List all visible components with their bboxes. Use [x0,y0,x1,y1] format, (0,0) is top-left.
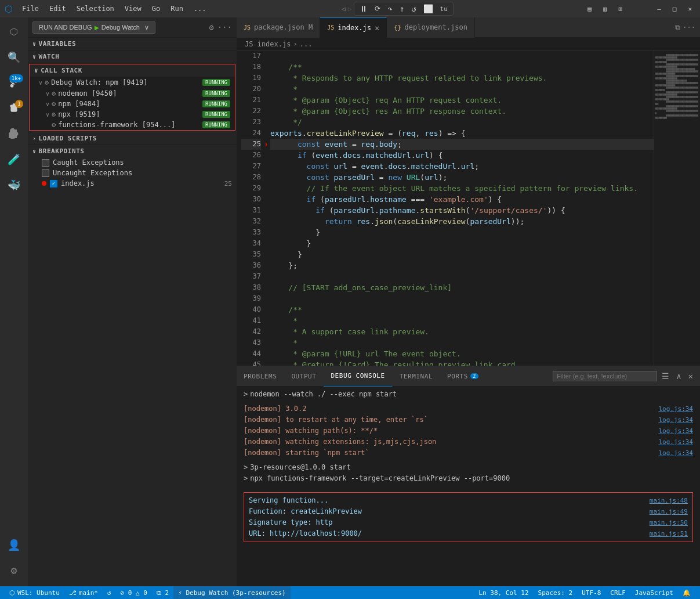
console-function-line: Function: createLinkPreview main.js:49 [249,506,688,517]
debug-step-out-btn[interactable]: ↑ [398,3,406,14]
menu-view[interactable]: View [120,3,146,14]
console-link-main49[interactable]: main.js:49 [650,506,688,517]
status-line-ending[interactable]: CRLF [605,586,630,599]
variables-header[interactable]: ∨ VARIABLES [28,38,237,50]
activity-debug[interactable]: 1 [2,96,26,120]
console-npm-cmd1: 3p-resources@1.0.0 start [250,462,350,473]
bp-uncaught-checkbox[interactable] [42,169,49,177]
console-close-icon[interactable]: ✕ [686,370,695,382]
activity-account[interactable]: 👤 [2,533,26,556]
watch-header[interactable]: ∨ WATCH [28,50,237,63]
layout-panel-btn[interactable]: ▥ [600,4,611,14]
activity-source-control[interactable]: 1k+ [2,71,26,94]
split-editor-icon[interactable]: ⧉ [675,23,680,31]
debug-step-into-btn[interactable]: ↷ [386,3,394,14]
code-line-43: * [270,337,654,348]
layout-sidebar-btn[interactable]: ▤ [584,4,595,14]
console-link-nodemon2[interactable]: log.js:34 [658,414,693,425]
callstack-item-debug-watch[interactable]: ∨ ⚙ Debug Watch: npm [9419] RUNNING [30,77,235,88]
status-debug-info[interactable]: ⚡ Debug Watch (3p-resources) [173,586,290,599]
console-list-icon[interactable]: ☰ [659,370,672,382]
status-encoding[interactable]: UTF-8 [577,586,605,599]
menu-selection[interactable]: Selection [72,3,119,14]
breakpoint-caught-exceptions[interactable]: Caught Exceptions [28,157,237,168]
more-icon[interactable]: ··· [217,23,232,32]
status-sync[interactable]: ↺ [103,586,116,599]
activity-search[interactable]: 🔍 [2,45,26,68]
callstack-header[interactable]: ∨ CALL STACK [30,64,235,77]
status-language[interactable]: JavaScript [630,586,678,599]
activity-explorer[interactable]: ⬡ [2,20,26,43]
activity-extensions[interactable] [2,122,26,145]
tab-close-index[interactable]: ✕ [375,23,379,33]
console-link-nodemon5[interactable]: log.js:34 [658,448,693,459]
source-control-badge: 1k+ [9,74,23,82]
callstack-item-npx[interactable]: ∨ ⚙ npx [9519] RUNNING [30,109,235,120]
breakpoints-header[interactable]: ∨ BREAKPOINTS [28,145,237,157]
run-debug-button[interactable]: RUN AND DEBUG ▶ Debug Watch ∨ [32,21,155,34]
tab-output[interactable]: OUTPUT [284,366,324,387]
console-link-nodemon4[interactable]: log.js:34 [658,436,693,448]
status-spaces[interactable]: Spaces: 2 [534,586,578,599]
code-line-21: * @param {Object} req An HTTP request co… [270,95,654,106]
activity-lab[interactable]: 🧪 [2,147,26,171]
console-link-nodemon1[interactable]: log.js:34 [658,403,693,414]
debug-stop-btn[interactable]: ⬜ [422,3,435,14]
nav-forward[interactable]: ▷ [348,5,352,13]
more-tab-icon[interactable]: ··· [683,23,695,31]
debug-restart-btn[interactable]: ↺ [409,3,418,14]
console-link-main51[interactable]: main.js:51 [650,528,688,539]
callstack-item-label2: nodemon [9450] [58,89,117,98]
tab-ports[interactable]: PORTS2 [440,366,486,387]
menu-edit[interactable]: Edit [45,3,71,14]
tab-deployment-json[interactable]: {} deployment.json [387,17,474,38]
callstack-item-functions[interactable]: ⚙ functions-framework [954...] RUNNING [30,120,235,130]
window-maximize[interactable]: □ [669,4,680,14]
loaded-scripts-header[interactable]: › LOADED SCRIPTS [28,132,237,145]
code-line-29: // If the event object URL matches a spe… [270,183,654,194]
window-close[interactable]: ✕ [684,4,695,14]
console-serving-line: Serving function... main.js:48 [249,495,688,506]
debug-step-over-btn[interactable]: ⟳ [373,4,382,13]
console-link-nodemon3[interactable]: log.js:34 [658,425,693,436]
activity-settings[interactable]: ⚙️ [2,558,26,582]
debug-pause-btn[interactable]: ⏸ [358,3,369,14]
callstack-item-npm[interactable]: ∨ ⚙ npm [9484] RUNNING [30,99,235,109]
settings-icon[interactable]: ⚙ [209,23,213,32]
callstack-item-nodemon[interactable]: ∨ ⚙ nodemon [9450] RUNNING [30,88,235,99]
code-line-27: const url = event.docs.matchedUrl.url; [270,161,654,172]
console-filter-input[interactable] [553,371,657,381]
variables-label: VARIABLES [39,40,77,48]
activity-docker[interactable]: 🐳 [2,173,26,196]
menu-run[interactable]: Run [166,3,188,14]
breakpoint-uncaught-exceptions[interactable]: Uncaught Exceptions [28,168,237,178]
console-link-main48[interactable]: main.js:48 [650,495,688,506]
panel-area: PROBLEMS OUTPUT DEBUG CONSOLE TERMINAL P… [237,366,700,586]
status-wsl[interactable]: ⬡ WSL: Ubuntu [5,586,64,599]
status-position[interactable]: Ln 38, Col 12 [474,586,533,599]
tab-terminal[interactable]: TERMINAL [393,366,440,387]
console-link-main50[interactable]: main.js:50 [650,517,688,528]
console-text-nodemon1: [nodemon] 3.0.2 [244,403,306,414]
menu-go[interactable]: Go [147,3,165,14]
status-notification[interactable]: 🔔 [678,586,695,599]
nav-back[interactable]: ◁ [342,5,346,13]
tab-problems[interactable]: PROBLEMS [237,366,284,387]
code-editor: 17 18 19 20 21 22 23 24 25 26 27 28 29 3… [237,50,700,366]
status-errors[interactable]: ⊘ 0 △ 0 [116,586,152,599]
console-up-icon[interactable]: ∧ [674,370,683,382]
menu-more[interactable]: ... [189,3,211,14]
code-line-38: // [START add_ons_case_preview_link] [270,282,654,293]
layout-grid-btn[interactable]: ⊞ [615,4,626,14]
status-ports[interactable]: ⧉ 2 [152,586,173,599]
tab-package-json[interactable]: JS package.json M [237,17,320,38]
code-content[interactable]: /** * Responds to any HTTP request relat… [266,50,654,366]
menu-file[interactable]: File [17,3,43,14]
bp-caught-checkbox[interactable] [42,159,49,167]
tab-index-js[interactable]: JS index.js ✕ [320,17,387,38]
breakpoint-indexjs[interactable]: ✓ index.js 25 [28,178,237,189]
tab-debug-console[interactable]: DEBUG CONSOLE [324,366,392,387]
status-git[interactable]: ⎇ main* [64,586,103,599]
window-minimize[interactable]: — [654,4,665,14]
bp-indexjs-checkbox[interactable]: ✓ [50,180,57,187]
